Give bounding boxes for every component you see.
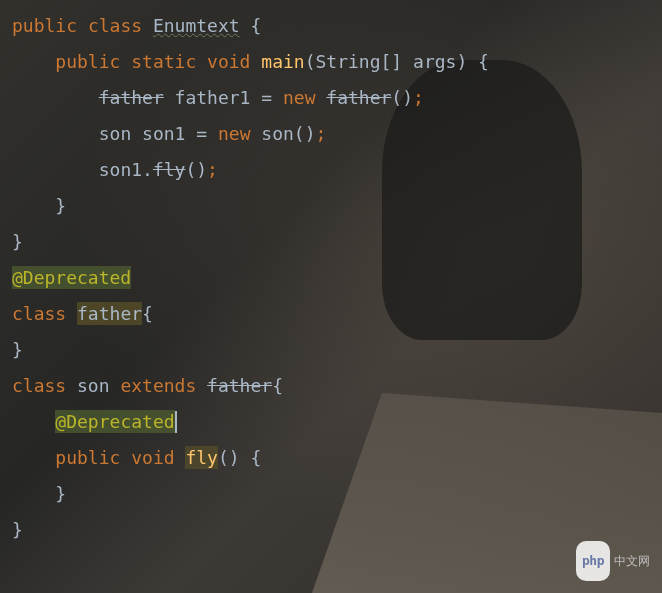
code-line-2[interactable]: public static void main(String[] args) { [12,44,662,80]
class-name-son: son [77,375,110,396]
code-line-4[interactable]: son son1 = new son(); [12,116,662,152]
keyword-static: static [131,51,196,72]
parens: () [185,159,207,180]
open-paren: ( [305,51,316,72]
code-line-9[interactable]: class father{ [12,296,662,332]
semicolon: ; [413,87,424,108]
open-brace: { [142,303,153,324]
code-line-10[interactable]: } [12,332,662,368]
code-line-5[interactable]: son1.fly(); [12,152,662,188]
annotation-deprecated: @Deprecated [55,410,174,433]
param-type: String[] [316,51,403,72]
constructor: son [261,123,294,144]
close-paren: ) [456,51,467,72]
deprecated-method-call: fly [153,159,186,180]
open-brace: { [272,375,283,396]
equals-op: = [261,87,272,108]
semicolon: ; [316,123,327,144]
code-editor[interactable]: public class Enumtext { public static vo… [0,0,662,548]
code-line-12[interactable]: @Deprecated [12,404,662,440]
code-line-3[interactable]: father father1 = new father(); [12,80,662,116]
open-brace: { [250,15,261,36]
param-name: args [413,51,456,72]
deprecated-superclass: father [207,375,272,396]
keyword-extends: extends [120,375,196,396]
keyword-public: public [55,447,120,468]
keyword-class: class [12,375,66,396]
code-line-13[interactable]: public void fly() { [12,440,662,476]
code-line-15[interactable]: } [12,512,662,548]
annotation-deprecated: @Deprecated [12,266,131,289]
variable-name: father1 [175,87,251,108]
class-name: Enumtext [153,15,240,36]
code-line-11[interactable]: class son extends father{ [12,368,662,404]
open-brace: { [478,51,489,72]
parens: () [294,123,316,144]
watermark-text: 中文网 [614,543,650,579]
keyword-void: void [131,447,174,468]
open-brace: { [250,447,261,468]
close-brace: } [12,231,23,252]
code-line-7[interactable]: } [12,224,662,260]
parens: () [218,447,240,468]
keyword-new: new [218,123,251,144]
class-name-father: father [77,302,142,325]
parens: () [391,87,413,108]
code-line-8[interactable]: @Deprecated [12,260,662,296]
code-line-1[interactable]: public class Enumtext { [12,8,662,44]
keyword-public: public [12,15,77,36]
semicolon: ; [207,159,218,180]
watermark: php 中文网 [576,541,650,581]
code-line-6[interactable]: } [12,188,662,224]
deprecated-type: father [99,87,164,108]
method-name-fly: fly [185,446,218,469]
watermark-logo: php [576,541,610,581]
method-name-main: main [261,51,304,72]
code-line-14[interactable]: } [12,476,662,512]
object-ref: son1 [99,159,142,180]
keyword-new: new [283,87,316,108]
deprecated-constructor: father [326,87,391,108]
keyword-void: void [207,51,250,72]
keyword-class: class [88,15,142,36]
keyword-public: public [55,51,120,72]
keyword-class: class [12,303,66,324]
dot-op: . [142,159,153,180]
close-brace: } [12,339,23,360]
equals-op: = [196,123,207,144]
variable-name: son1 [142,123,185,144]
type: son [99,123,132,144]
close-brace: } [12,519,23,540]
text-cursor [175,411,177,433]
close-brace: } [55,483,66,504]
close-brace: } [55,195,66,216]
